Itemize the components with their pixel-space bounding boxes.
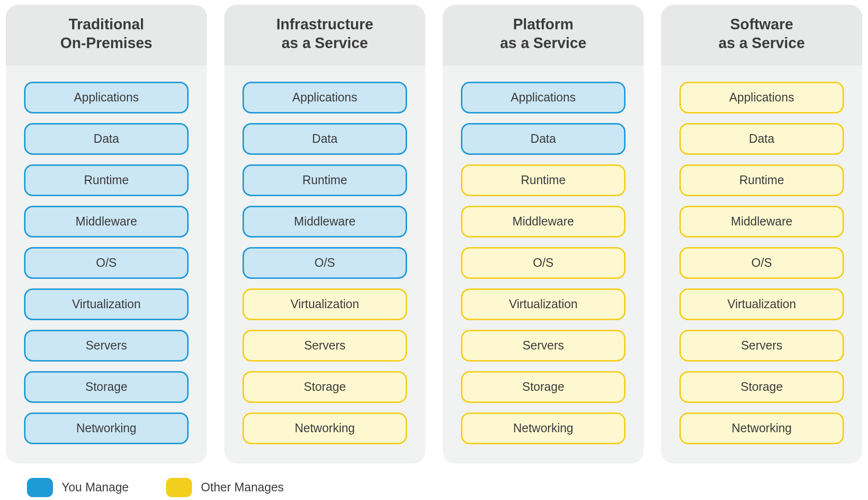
layer-virtualization: Virtualization [243, 288, 407, 320]
layer-applications: Applications [243, 82, 407, 113]
column-saas: Software as a Service Applications Data … [661, 5, 862, 463]
column-title: Software as a Service [661, 5, 862, 65]
legend-item-you: You Manage [27, 478, 128, 497]
layer-virtualization: Virtualization [461, 288, 625, 320]
column-title: Traditional On-Premises [6, 5, 207, 65]
layer-servers: Servers [243, 330, 407, 362]
layer-data: Data [679, 123, 844, 155]
title-line1: Infrastructure [276, 16, 373, 33]
column-title: Infrastructure as a Service [224, 5, 425, 65]
layer-data: Data [24, 123, 189, 155]
layer-networking: Networking [24, 412, 189, 444]
layer-storage: Storage [24, 371, 189, 403]
layer-applications: Applications [679, 82, 844, 113]
column-on-premises: Traditional On-Premises Applications Dat… [6, 5, 207, 463]
layer-servers: Servers [679, 330, 844, 362]
legend-swatch-other [166, 478, 192, 497]
layer-networking: Networking [679, 412, 844, 444]
service-model-columns: Traditional On-Premises Applications Dat… [6, 5, 862, 463]
title-line2: as a Service [718, 35, 804, 51]
layer-applications: Applications [461, 82, 625, 113]
layer-runtime: Runtime [679, 164, 844, 196]
title-line1: Platform [513, 16, 574, 33]
title-line1: Software [730, 16, 793, 33]
legend-label-other: Other Manages [201, 480, 283, 494]
layer-os: O/S [24, 247, 189, 279]
legend-label-you: You Manage [62, 480, 128, 494]
layer-networking: Networking [461, 412, 625, 444]
layer-storage: Storage [461, 371, 625, 403]
column-body: Applications Data Runtime Middleware O/S… [6, 65, 207, 463]
layer-os: O/S [243, 247, 407, 279]
layer-virtualization: Virtualization [24, 288, 189, 320]
column-body: Applications Data Runtime Middleware O/S… [224, 65, 425, 463]
layer-middleware: Middleware [243, 206, 407, 238]
layer-middleware: Middleware [679, 206, 844, 238]
column-paas: Platform as a Service Applications Data … [443, 5, 644, 463]
column-title: Platform as a Service [443, 5, 644, 65]
layer-storage: Storage [679, 371, 844, 403]
title-line2: as a Service [281, 35, 368, 51]
layer-os: O/S [679, 247, 844, 279]
layer-runtime: Runtime [461, 164, 625, 196]
title-line1: Traditional [69, 16, 144, 33]
title-line2: as a Service [500, 35, 586, 51]
layer-servers: Servers [461, 330, 625, 362]
layer-runtime: Runtime [243, 164, 407, 196]
legend: You Manage Other Manages [6, 463, 862, 497]
column-body: Applications Data Runtime Middleware O/S… [661, 65, 862, 463]
layer-networking: Networking [243, 412, 407, 444]
layer-os: O/S [461, 247, 625, 279]
layer-virtualization: Virtualization [679, 288, 844, 320]
layer-applications: Applications [24, 82, 189, 113]
layer-servers: Servers [24, 330, 189, 362]
layer-runtime: Runtime [24, 164, 189, 196]
layer-middleware: Middleware [461, 206, 625, 238]
column-body: Applications Data Runtime Middleware O/S… [443, 65, 644, 463]
title-line2: On-Premises [60, 35, 152, 51]
layer-data: Data [243, 123, 407, 155]
layer-middleware: Middleware [24, 206, 189, 238]
layer-data: Data [461, 123, 625, 155]
column-iaas: Infrastructure as a Service Applications… [224, 5, 425, 463]
layer-storage: Storage [243, 371, 407, 403]
legend-item-other: Other Manages [166, 478, 283, 497]
legend-swatch-you [27, 478, 53, 497]
